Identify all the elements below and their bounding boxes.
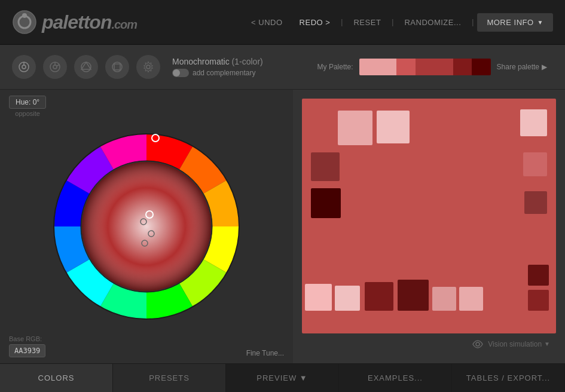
svg-point-2 [22, 13, 27, 18]
base-rgb-label: Base RGB: [9, 335, 45, 342]
mode-title: Monochromatic (1-color) [172, 57, 310, 66]
swatch-3[interactable] [520, 109, 547, 136]
tab-tables[interactable]: TABLES / EXPORT... [452, 364, 565, 392]
svg-point-4 [22, 65, 26, 69]
complementary-toggle-switch[interactable] [172, 69, 189, 77]
palette-strip-color-5 [472, 59, 490, 75]
mode-label-area: Monochromatic (1-color) add complementar… [172, 57, 310, 77]
mono-wheel-icon [18, 61, 30, 73]
swatch-2[interactable] [377, 111, 410, 143]
palette-strip-color-2 [396, 59, 415, 75]
more-info-button[interactable]: MORE INFO ▼ [477, 13, 553, 32]
eye-icon [472, 340, 483, 348]
svg-rect-13 [114, 64, 120, 70]
color-wheel[interactable] [45, 125, 248, 328]
nav-separator-3: | [472, 18, 474, 26]
palette-strip [359, 59, 491, 75]
my-palette-label: My Palette: [317, 63, 353, 71]
share-palette-button[interactable]: Share palette ▶ [497, 63, 547, 71]
tab-colors-label: COLORS [38, 373, 75, 382]
swatch-5[interactable] [523, 152, 547, 176]
mode-title-text: Monochromatic [172, 57, 230, 66]
share-palette-label: Share palette [497, 63, 539, 71]
undo-button[interactable]: < UNDO [244, 14, 289, 30]
toggle-dot [173, 69, 180, 76]
add-complementary-toggle[interactable]: add complementary [172, 69, 310, 77]
palette-strip-color-3 [416, 59, 453, 75]
share-arrow-icon: ▶ [542, 63, 547, 71]
vision-sim-arrow-icon: ▼ [544, 341, 550, 347]
swatch-10[interactable] [305, 284, 332, 311]
logo-icon [12, 10, 37, 35]
logo-domain: .com [111, 18, 137, 31]
nav-actions: < UNDO REDO > | RESET | RANDOMIZE... | M… [244, 13, 553, 32]
top-navigation: paletton.com < UNDO REDO > | RESET | RAN… [0, 0, 565, 45]
mode-icon-triad[interactable] [74, 55, 98, 79]
svg-point-17 [82, 162, 211, 291]
tab-preview-label: PREVIEW ▼ [256, 373, 307, 382]
right-panel: Vision simulation ▼ [293, 90, 565, 363]
vision-simulation-button[interactable]: Vision simulation ▼ [488, 340, 550, 348]
tab-preview[interactable]: PREVIEW ▼ [226, 364, 339, 392]
mode-icon-mono[interactable] [12, 55, 36, 79]
base-rgb-value[interactable]: AA3939 [9, 344, 45, 357]
color-grid-container [302, 99, 556, 333]
my-palette-area: My Palette: Share palette ▶ [317, 59, 547, 75]
more-info-arrow-icon: ▼ [537, 19, 543, 26]
color-wheel-container[interactable] [9, 96, 284, 357]
left-panel: Hue: 0° opposite [0, 90, 293, 363]
nav-separator-2: | [392, 18, 393, 26]
base-rgb-area: Base RGB: AA3939 [9, 335, 45, 357]
swatch-15[interactable] [459, 287, 483, 311]
toolbar: Monochromatic (1-color) add complementar… [0, 45, 565, 90]
swatch-12[interactable] [365, 282, 393, 311]
mode-icon-settings[interactable] [136, 55, 160, 79]
svg-point-21 [476, 342, 480, 346]
reset-button[interactable]: RESET [346, 14, 388, 30]
tab-presets[interactable]: PRESETS [113, 364, 226, 392]
swatch-11[interactable] [335, 286, 360, 311]
bottom-bar: COLORS PRESETS PREVIEW ▼ EXAMPLES... TAB… [0, 363, 565, 392]
add-complementary-label: add complementary [193, 69, 255, 77]
svg-point-7 [53, 65, 57, 69]
triad-icon [80, 61, 92, 73]
logo-text: paletton.com [42, 11, 137, 33]
mode-icon-tetrad[interactable] [105, 55, 129, 79]
main-content: Hue: 0° opposite [0, 90, 565, 363]
tetrad-icon [111, 61, 123, 73]
logo-area: paletton.com [12, 10, 137, 35]
randomize-button[interactable]: RANDOMIZE... [397, 14, 468, 30]
tab-colors[interactable]: COLORS [0, 364, 113, 392]
mode-colors-text: (1-color) [232, 57, 263, 66]
hue-badge: Hue: 0° [9, 96, 46, 109]
palette-strip-color-4 [453, 59, 472, 75]
nav-separator-1: | [341, 18, 343, 26]
tab-presets-label: PRESETS [149, 373, 190, 382]
swatch-4[interactable] [311, 152, 340, 181]
vision-simulation-bar: Vision simulation ▼ [302, 333, 556, 354]
swatch-1[interactable] [338, 111, 372, 145]
tab-examples[interactable]: EXAMPLES... [339, 364, 452, 392]
mode-icon-adjacent[interactable] [43, 55, 67, 79]
more-info-label: MORE INFO [487, 18, 533, 27]
tab-examples-label: EXAMPLES... [368, 373, 423, 382]
svg-point-14 [146, 65, 150, 69]
hue-info: Hue: 0° opposite [9, 96, 46, 117]
palette-strip-color-1 [359, 59, 397, 75]
redo-button[interactable]: REDO > [292, 14, 338, 30]
swatch-13[interactable] [398, 280, 429, 311]
fine-tune-button[interactable]: Fine Tune... [246, 349, 284, 357]
adjacent-icon [49, 61, 61, 73]
swatch-7[interactable] [524, 191, 547, 214]
swatch-14[interactable] [432, 287, 456, 311]
vision-sim-label: Vision simulation [488, 340, 542, 348]
tab-tables-label: TABLES / EXPORT... [466, 373, 550, 382]
settings-icon [142, 61, 154, 73]
opposite-label: opposite [9, 110, 46, 117]
swatch-9[interactable] [528, 290, 549, 311]
palette-display [302, 99, 556, 333]
logo-name: paletton [42, 11, 111, 33]
swatch-8[interactable] [528, 265, 549, 286]
swatch-6[interactable] [311, 188, 341, 218]
